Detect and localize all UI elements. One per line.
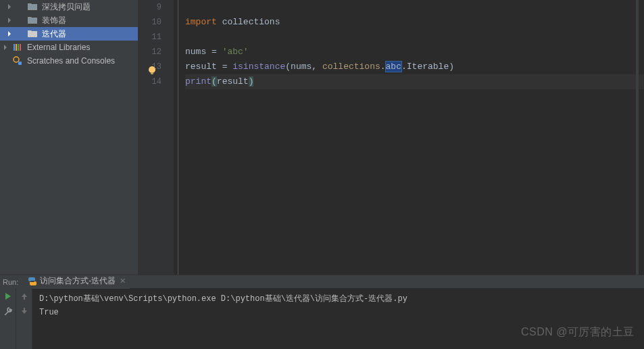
svg-rect-2 <box>18 44 19 51</box>
line-number: 11 <box>139 30 162 45</box>
svg-rect-7 <box>151 72 153 74</box>
tree-folder-deepcopy[interactable]: 深浅拷贝问题 <box>0 0 138 14</box>
run-tab[interactable]: 访问集合方式-迭代器 ✕ <box>24 275 130 289</box>
console-output[interactable]: D:\python基础\venv\Scripts\python.exe D:\p… <box>32 288 644 349</box>
tree-label: Scratches and Consoles <box>27 56 115 66</box>
folder-icon <box>27 29 38 39</box>
run-panel: D:\python基础\venv\Scripts\python.exe D:\p… <box>0 288 644 349</box>
tree-folder-decorator[interactable]: 装饰器 <box>0 14 138 27</box>
svg-rect-3 <box>20 44 21 51</box>
chevron-right-icon <box>7 18 14 23</box>
folder-icon <box>27 2 38 11</box>
chevron-right-icon <box>7 4 14 9</box>
run-actions-secondary <box>16 288 32 349</box>
editor: 9 10 11 12 13 14 import collections nums… <box>139 0 644 275</box>
scratches-icon <box>12 56 23 66</box>
line-number: 9 <box>139 0 162 15</box>
console-line: True <box>39 306 637 319</box>
console-command: D:\python基础\venv\Scripts\python.exe D:\p… <box>39 292 637 306</box>
python-file-icon <box>28 277 37 286</box>
scrollbar-track[interactable] <box>636 0 639 275</box>
intention-bulb-icon[interactable] <box>147 65 157 76</box>
line-number: 14 <box>139 74 162 89</box>
svg-rect-0 <box>14 44 15 51</box>
project-tree: 深浅拷贝问题 装饰器 迭代器 External Libraries Scratc… <box>0 0 139 275</box>
folder-icon <box>27 16 38 25</box>
tree-label: External Libraries <box>27 43 90 52</box>
arrow-up-icon[interactable] <box>19 291 30 302</box>
run-label: Run: <box>0 278 24 286</box>
line-gutter: 9 10 11 12 13 14 <box>139 0 174 275</box>
code-area[interactable]: import collections nums = 'abc' result =… <box>178 0 644 275</box>
svg-rect-1 <box>16 44 17 51</box>
chevron-right-icon <box>7 31 14 37</box>
matched-symbol: abc <box>386 62 401 72</box>
arrow-down-icon[interactable] <box>19 306 30 317</box>
current-line: print(result) <box>185 74 644 89</box>
run-tool-header: Run: 访问集合方式-迭代器 ✕ <box>0 275 644 288</box>
code-keyword: import <box>185 17 217 27</box>
chevron-right-icon <box>3 45 9 50</box>
library-icon <box>12 43 23 52</box>
tree-label: 深浅拷贝问题 <box>42 1 91 13</box>
wrench-icon[interactable] <box>3 306 14 317</box>
tree-scratches[interactable]: Scratches and Consoles <box>0 54 138 68</box>
line-number: 10 <box>139 15 162 30</box>
run-actions-primary <box>0 288 16 349</box>
tree-label: 迭代器 <box>42 28 66 40</box>
rerun-icon[interactable] <box>3 291 14 302</box>
svg-rect-5 <box>18 62 22 65</box>
svg-point-4 <box>14 57 19 62</box>
close-icon[interactable]: ✕ <box>120 277 126 285</box>
line-number: 12 <box>139 45 162 60</box>
run-tab-label: 访问集合方式-迭代器 <box>40 275 116 287</box>
svg-point-6 <box>149 66 155 73</box>
tree-external-libraries[interactable]: External Libraries <box>0 41 138 54</box>
tree-label: 装饰器 <box>42 15 66 26</box>
tree-folder-iterator[interactable]: 迭代器 <box>0 27 138 41</box>
